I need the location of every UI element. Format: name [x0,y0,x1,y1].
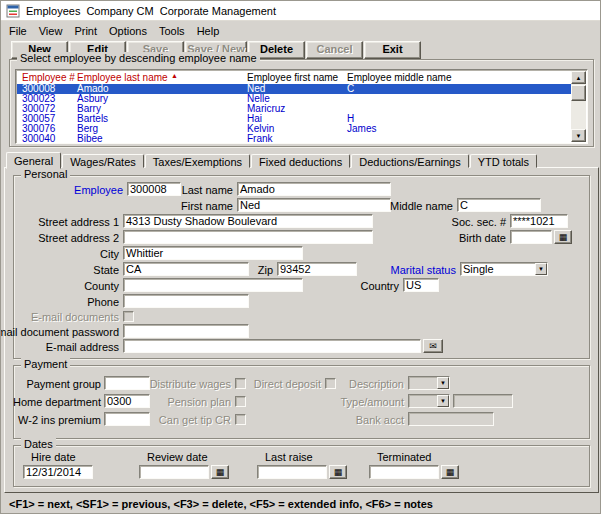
middle-name-field[interactable]: C [457,198,541,212]
review-date-label: Review date [147,451,208,463]
payment-group-title: Payment [21,358,70,370]
cell-employee-number: 300040 [22,134,55,144]
column-header-employee-number[interactable]: Employee # [22,72,75,83]
calendar-icon: ▦ [559,232,568,242]
employee-rows: 300008 Amado Ned C 300023 Asbury Nelle 3… [17,84,573,144]
calendar-icon: ▦ [334,467,343,477]
email-document-password-field[interactable] [123,324,249,338]
tab-fixed-deductions[interactable]: Fixed deductions [251,154,350,168]
bank-acct-label: Bank acct [204,414,404,426]
chevron-down-icon: ▼ [437,377,449,389]
menu-item-print[interactable]: Print [68,23,103,39]
cell-middle-name: James [347,124,376,134]
sort-ascending-icon: ▲ [171,72,178,79]
chevron-down-icon: ▼ [437,395,449,407]
country-field[interactable]: US [403,278,439,292]
last-raise-calendar-button[interactable]: ▦ [329,465,347,479]
marital-status-dropdown[interactable]: Single ▼ [460,262,548,276]
pension-plan-label: Pension plan [31,396,231,408]
cell-first-name: Frank [247,134,273,144]
ssn-field[interactable]: ****1021 [510,214,568,228]
bank-acct-field [408,412,494,426]
scrollbar-thumb[interactable] [571,85,586,101]
phone-field[interactable] [123,294,249,308]
calendar-icon: ▦ [216,467,225,477]
employee-select-group-title: Select employee by descending employee n… [17,52,260,64]
type-amount-dropdown: ▼ [408,394,450,408]
city-field[interactable]: Whittier [123,246,303,260]
tab-general[interactable]: General [6,152,61,169]
tab-ytd-totals[interactable]: YTD totals [470,154,537,168]
last-raise-field[interactable] [257,465,327,479]
status-bar: <F1> = next, <SF1> = previous, <F3> = de… [9,498,433,510]
menu-item-options[interactable]: Options [103,23,153,39]
cancel-button: Cancel [306,41,363,59]
tab-deductions-earnings[interactable]: Deductions/Earnings [351,154,469,168]
menu-item-file[interactable]: File [3,23,33,39]
title-bar: Employees Company CM Corporate Managemen… [1,1,600,21]
table-row[interactable]: 300040 Bibee Frank [17,134,573,144]
email-document-password-label: E-mail document password [0,326,119,338]
terminated-calendar-button[interactable]: ▦ [441,465,459,479]
city-label: City [0,248,119,260]
terminated-field[interactable] [369,465,439,479]
ssn-label: Soc. sec. # [306,216,506,228]
first-name-label: First name [33,200,233,212]
marital-status-label: Marital status [256,264,456,276]
tab-taxes-exemptions[interactable]: Taxes/Exemptions [145,154,250,168]
table-row[interactable]: 300057 Bartels Hai H [17,114,573,124]
email-documents-checkbox [123,311,134,322]
email-documents-label: E-mail documents [0,311,119,323]
list-scrollbar[interactable]: ▲ ▼ [571,71,586,142]
country-label: Country [199,280,399,292]
calendar-icon: ▦ [446,467,455,477]
column-header-first-name[interactable]: Employee first name [247,72,338,83]
last-name-label: Last name [33,184,233,196]
column-header-last-name[interactable]: Employee last name [77,72,168,83]
email-button[interactable]: ✉ [423,339,443,353]
type-amount-field [453,394,513,408]
marital-status-value: Single [463,263,494,275]
hire-date-field[interactable]: 12/31/2014 [23,465,93,479]
menu-item-tools[interactable]: Tools [153,23,191,39]
review-date-field[interactable] [139,465,209,479]
menu-bar: File View Print Options Tools Help [1,22,600,39]
window-subtitle: Company CM Corporate Management [86,5,276,17]
review-date-calendar-button[interactable]: ▦ [211,465,229,479]
zip-label: Zip [73,264,273,276]
exit-button[interactable]: Exit [364,41,421,59]
middle-name-label: Middle name [253,200,453,212]
app-icon [6,4,20,18]
dates-group-title: Dates [21,438,56,450]
description-label: Description [204,378,404,390]
column-header-middle-name[interactable]: Employee middle name [347,72,452,83]
menu-item-view[interactable]: View [33,23,69,39]
hire-date-label: Hire date [31,451,76,463]
envelope-icon: ✉ [429,341,437,351]
county-label: County [0,280,119,292]
phone-label: Phone [0,296,119,308]
cell-last-name: Bibee [77,134,103,144]
chevron-down-icon[interactable]: ▼ [535,263,547,275]
employees-window: Employees Company CM Corporate Managemen… [0,0,601,514]
tab-wages-rates[interactable]: Wages/Rates [62,154,144,168]
birth-date-label: Birth date [306,232,506,244]
scroll-up-icon[interactable]: ▲ [571,71,586,84]
scroll-down-icon[interactable]: ▼ [571,129,586,142]
street-address-1-label: Street address 1 [0,216,119,228]
menu-item-help[interactable]: Help [191,23,226,39]
birth-date-calendar-button[interactable]: ▦ [554,230,572,244]
last-raise-label: Last raise [265,451,313,463]
employee-list: Employee # Employee last name ▲ Employee… [15,69,588,144]
type-amount-label: Type/amount [204,396,404,408]
email-address-label: E-mail address [0,341,119,353]
street-address-2-label: Street address 2 [0,232,119,244]
birth-date-field[interactable] [510,230,552,244]
last-name-field[interactable]: Amado [237,182,391,196]
description-dropdown: ▼ [408,376,450,390]
tab-strip: General Wages/Rates Taxes/Exemptions Fix… [6,151,538,168]
can-get-tip-cr-label: Can get tip CR [31,414,231,426]
window-title: Employees [26,5,80,17]
email-address-field[interactable] [123,339,421,353]
terminated-label: Terminated [377,451,431,463]
